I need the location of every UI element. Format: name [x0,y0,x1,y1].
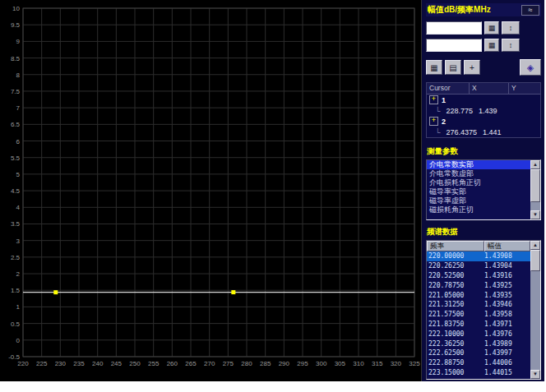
svg-text:2.5: 2.5 [11,254,21,261]
spectrum-row[interactable]: 220.525001.43916 [427,271,530,281]
plot-svg[interactable]: 2202252302352402452502552602652702752802… [0,0,421,381]
svg-text:230: 230 [55,360,67,367]
spectrum-table: 频率 幅值 220.000001.43908220.262501.4390422… [426,240,541,380]
amplitude-cell: 1.43958 [484,311,530,318]
svg-text:2: 2 [16,270,21,278]
svg-text:0: 0 [16,337,21,344]
cursor-header-x: X [470,83,509,94]
svg-text:280: 280 [241,360,252,367]
updown-icon: ↕ [509,41,513,49]
params-scrollbar[interactable]: ▲ ▼ [530,160,540,219]
frequency-cell: 223.15000 [427,369,484,376]
svg-text:220: 220 [17,360,29,367]
param-item[interactable]: 磁损耗角正切 [427,205,530,214]
svg-text:1.5: 1.5 [11,287,21,294]
cursor-node[interactable]: +1 [427,95,540,105]
spectrum-row[interactable]: 220.262501.43904 [427,261,530,271]
svg-text:9.5: 9.5 [11,21,21,29]
adjust-button-1[interactable]: ↕ [502,21,520,35]
param-item[interactable]: 介电损耗角正切 [427,178,530,187]
value-input-2[interactable] [426,39,482,52]
frequency-cell: 222.62500 [427,349,484,357]
svg-text:305: 305 [335,360,346,367]
curve-style-button[interactable]: ≈ [521,5,539,16]
cursor-panel: Cursor X Y +1└228.7751.439+2└276.43751.4… [426,82,541,138]
amplitude-cell: 1.43916 [484,272,530,279]
scroll-up-icon[interactable]: ▲ [530,241,540,250]
crosshair-icon: + [470,63,474,72]
amplitude-cell: 1.43946 [484,301,530,308]
spectrum-row[interactable]: 223.412501.44025 [427,377,530,379]
svg-text:5: 5 [16,171,21,178]
updown-icon: ↕ [509,24,513,32]
amplitude-cell: 1.43997 [484,349,530,357]
input-row-1: ▦ ↕ [426,21,541,35]
wave-icon: ≈ [529,6,533,14]
svg-text:315: 315 [372,360,383,367]
cursor-id: 2 [442,118,446,126]
pick-button-1[interactable]: ▦ [484,21,499,35]
column-header-amplitude[interactable]: 幅值 [484,241,530,251]
spectrum-row[interactable]: 222.887501.44006 [427,358,530,368]
svg-text:225: 225 [36,360,48,367]
adjust-button-2[interactable]: ↕ [502,39,520,52]
svg-text:3.5: 3.5 [11,220,21,228]
scroll-up-icon[interactable]: ▲ [530,160,540,169]
value-input-1[interactable] [426,21,482,35]
param-item[interactable]: 磁导率实部 [427,187,530,196]
grid-icon: ▦ [488,24,496,32]
amplitude-cell: 1.43925 [484,282,530,289]
svg-text:240: 240 [92,360,104,367]
column-header-frequency[interactable]: 频率 [427,241,484,251]
frequency-cell: 220.78750 [427,282,484,289]
expand-icon[interactable]: + [429,117,438,126]
cursor-values: └276.43751.441 [427,127,540,137]
spectrum-row[interactable]: 223.150001.44015 [427,368,530,378]
amplitude-cell: 1.43908 [484,252,530,260]
cursor-id: 1 [442,96,446,104]
spectrum-row[interactable]: 220.787501.43925 [427,280,530,290]
param-list: 介电常数实部介电常数虚部介电损耗角正切磁导率实部磁导率虚部磁损耗角正切 [427,160,530,219]
amplitude-cell: 1.43989 [484,340,530,348]
spectrum-section-title: 频谱数据 [427,227,541,238]
cursor-y-value: 1.441 [483,128,502,136]
spectrum-row[interactable]: 222.100001.43976 [427,329,530,339]
cursor-node[interactable]: +2 [427,116,540,127]
cursor-x-value: 228.775 [446,107,473,115]
scroll-down-icon[interactable]: ▼ [530,370,540,379]
target-icon: ◈ [527,62,534,73]
cursor-add-button[interactable]: + [464,60,480,75]
spectrum-row[interactable]: 222.625001.43997 [427,348,530,358]
layers-icon: ▤ [449,63,456,72]
frequency-cell: 221.31250 [427,301,484,308]
layers-button[interactable]: ▤ [445,60,461,75]
spectrum-row[interactable]: 221.837501.43971 [427,320,530,330]
spectrum-row[interactable]: 221.312501.43946 [427,300,530,310]
svg-text:9: 9 [16,38,21,45]
table-view-button[interactable]: ▦ [426,60,442,75]
expand-icon[interactable]: + [429,95,438,104]
amplitude-cell: 1.43976 [484,330,530,338]
scrollbar-thumb[interactable] [530,169,540,202]
pick-button-2[interactable]: ▦ [484,39,499,52]
spectrum-scrollbar[interactable]: ▲ ▼ [530,241,540,379]
svg-text:285: 285 [260,360,271,367]
spectrum-row[interactable]: 221.050001.43935 [427,290,530,300]
measure-button[interactable]: ◈ [520,59,541,76]
spectrum-row[interactable]: 220.000001.43908 [427,251,530,261]
cursor-list: +1└228.7751.439+2└276.43751.441 [427,95,540,137]
spectrum-row[interactable]: 221.575001.43958 [427,310,530,320]
param-item[interactable]: 介电常数虚部 [427,169,530,178]
svg-text:245: 245 [111,360,123,367]
cursor-y-value: 1.439 [479,107,497,115]
svg-text:275: 275 [223,360,234,367]
scroll-down-icon[interactable]: ▼ [530,210,540,219]
svg-text:270: 270 [204,360,215,367]
param-item[interactable]: 介电常数实部 [427,160,530,169]
scrollbar-thumb[interactable] [530,250,540,271]
spectrum-row[interactable]: 222.362501.43989 [427,339,530,348]
param-item[interactable]: 磁导率虚部 [427,196,530,205]
svg-text:-0.5: -0.5 [8,353,20,361]
frequency-cell: 220.00000 [427,252,484,260]
amplitude-cell: 1.43904 [484,262,530,270]
